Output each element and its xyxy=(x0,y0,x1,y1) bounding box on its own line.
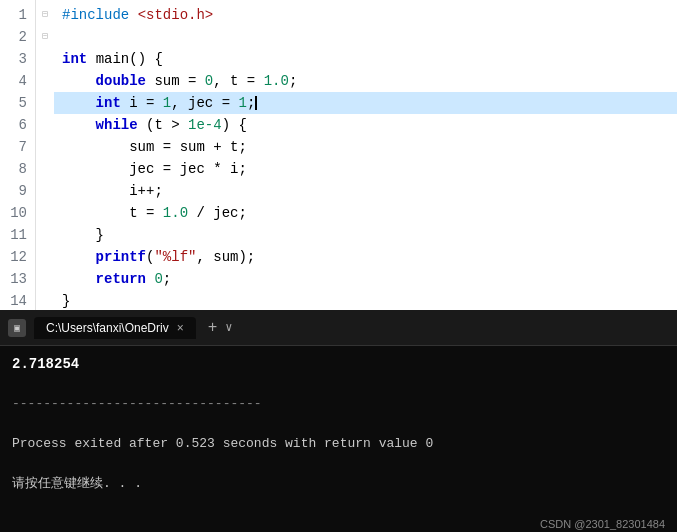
code-editor: 1 2 3 4 5 6 7 8 9 10 11 12 13 14 ⊟ ⊟ xyxy=(0,0,677,310)
code-line-3: int main() { xyxy=(54,48,677,70)
terminal-chevron[interactable]: ∨ xyxy=(225,320,232,335)
code-line-5: int i = 1, jec = 1; xyxy=(54,92,677,114)
line-num-8: 8 xyxy=(8,158,27,180)
line-num-10: 10 xyxy=(8,202,27,224)
terminal-footer: CSDN @2301_82301484 xyxy=(0,516,677,532)
line-num-12: 12 xyxy=(8,246,27,268)
code-line-13: return 0; xyxy=(54,268,677,290)
code-line-4: double sum = 0, t = 1.0; xyxy=(54,70,677,92)
line-num-6: 6 xyxy=(8,114,27,136)
terminal-add-tab[interactable]: + xyxy=(208,319,218,337)
code-line-6: while (t > 1e-4) { xyxy=(54,114,677,136)
code-line-10: t = 1.0 / jec; xyxy=(54,202,677,224)
code-line-9: i++; xyxy=(54,180,677,202)
code-content[interactable]: #include <stdio.h> int main() { double s… xyxy=(54,0,677,310)
terminal-titlebar: ▣ C:\Users\fanxi\OneDriv × + ∨ xyxy=(0,310,677,346)
terminal-tab-close[interactable]: × xyxy=(177,321,184,335)
code-line-11: } xyxy=(54,224,677,246)
terminal-result: 2.718254 xyxy=(12,354,665,374)
line-num-13: 13 xyxy=(8,268,27,290)
line-num-7: 7 xyxy=(8,136,27,158)
line-num-9: 9 xyxy=(8,180,27,202)
gutter: ⊟ ⊟ xyxy=(36,0,54,310)
code-line-7: sum = sum + t; xyxy=(54,136,677,158)
line-num-1: 1 xyxy=(8,4,27,26)
terminal-icon: ▣ xyxy=(8,319,26,337)
code-line-1: #include <stdio.h> xyxy=(54,4,677,26)
gutter-3[interactable]: ⊟ xyxy=(36,4,54,26)
line-num-3: 3 xyxy=(8,48,27,70)
gutter-6[interactable]: ⊟ xyxy=(36,26,54,48)
terminal-tab[interactable]: C:\Users\fanxi\OneDriv × xyxy=(34,317,196,339)
terminal-prompt-line: 请按任意键继续. . . xyxy=(12,474,665,494)
line-num-14: 14 xyxy=(8,290,27,310)
code-line-2 xyxy=(54,26,677,48)
code-area: 1 2 3 4 5 6 7 8 9 10 11 12 13 14 ⊟ ⊟ xyxy=(0,0,677,310)
terminal: ▣ C:\Users\fanxi\OneDriv × + ∨ 2.718254 … xyxy=(0,310,677,532)
code-line-12: printf("%lf", sum); xyxy=(54,246,677,268)
terminal-attribution: CSDN @2301_82301484 xyxy=(540,518,665,530)
terminal-process-line: Process exited after 0.523 seconds with … xyxy=(12,434,665,454)
line-numbers: 1 2 3 4 5 6 7 8 9 10 11 12 13 14 xyxy=(0,0,36,310)
line-num-4: 4 xyxy=(8,70,27,92)
code-line-14: } xyxy=(54,290,677,310)
terminal-content: 2.718254 -------------------------------… xyxy=(0,346,677,516)
terminal-separator: -------------------------------- xyxy=(12,394,665,414)
line-num-2: 2 xyxy=(8,26,27,48)
code-line-8: jec = jec * i; xyxy=(54,158,677,180)
line-num-5: 5 xyxy=(8,92,27,114)
terminal-tab-label: C:\Users\fanxi\OneDriv xyxy=(46,321,169,335)
line-num-11: 11 xyxy=(8,224,27,246)
